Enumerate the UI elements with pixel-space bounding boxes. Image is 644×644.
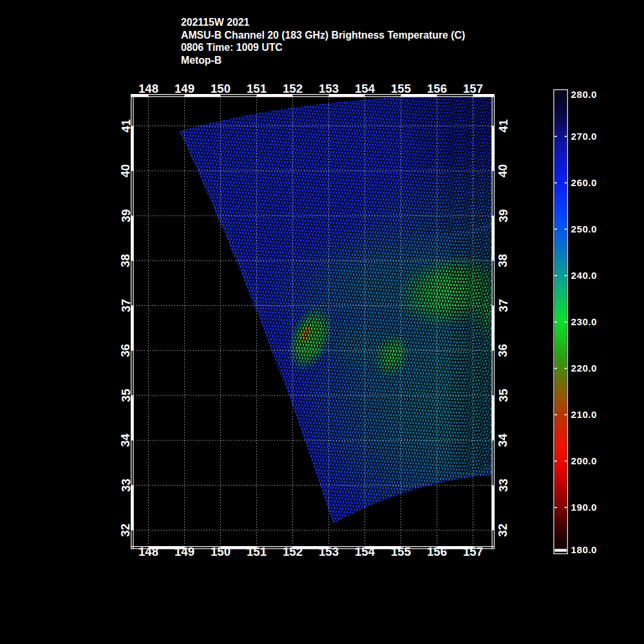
svg-text:35: 35 [119,389,133,402]
svg-text:148: 148 [138,82,158,95]
svg-text:152: 152 [283,545,303,558]
svg-text:39: 39 [497,209,510,223]
svg-text:40: 40 [119,164,133,178]
svg-text:155: 155 [391,545,411,558]
svg-text:38: 38 [119,254,133,268]
svg-text:40: 40 [497,164,510,178]
svg-text:157: 157 [463,545,483,558]
svg-text:270.0: 270.0 [571,131,598,142]
svg-text:220.0: 220.0 [571,363,598,374]
svg-text:34: 34 [119,433,133,447]
svg-text:41: 41 [119,119,133,133]
svg-text:39: 39 [119,209,133,223]
svg-text:33: 33 [497,478,510,492]
svg-text:153: 153 [319,82,339,95]
svg-text:32: 32 [497,524,510,537]
svg-text:38: 38 [497,254,510,268]
svg-text:152: 152 [283,82,303,95]
svg-text:33: 33 [119,478,133,492]
svg-text:0806 Time: 1009 UTC: 0806 Time: 1009 UTC [181,42,283,53]
svg-text:37: 37 [497,299,510,312]
svg-text:32: 32 [119,524,133,537]
svg-text:149: 149 [175,545,194,558]
svg-text:41: 41 [497,119,510,133]
svg-text:34: 34 [497,433,510,447]
svg-text:148: 148 [138,545,158,558]
svg-text:157: 157 [463,82,483,95]
svg-text:202115W 2021: 202115W 2021 [181,17,249,28]
svg-text:154: 154 [355,82,375,95]
svg-text:200.0: 200.0 [571,455,598,466]
svg-text:180.0: 180.0 [571,544,598,555]
svg-text:151: 151 [247,82,267,95]
svg-text:AMSU-B Channel 20 (183 GHz) Br: AMSU-B Channel 20 (183 GHz) Brightness T… [181,30,465,41]
svg-text:36: 36 [119,344,133,357]
svg-text:240.0: 240.0 [571,270,598,281]
svg-text:35: 35 [497,389,510,402]
svg-text:154: 154 [355,545,375,558]
svg-text:Metop-B: Metop-B [181,55,222,66]
svg-text:260.0: 260.0 [571,177,598,188]
svg-text:210.0: 210.0 [571,409,598,420]
svg-text:36: 36 [497,344,510,357]
svg-text:149: 149 [175,82,194,95]
svg-text:150: 150 [211,545,231,558]
svg-text:151: 151 [247,545,267,558]
svg-text:150: 150 [211,82,231,95]
svg-text:190.0: 190.0 [571,502,598,513]
svg-text:280.0: 280.0 [571,89,598,100]
svg-text:153: 153 [319,545,339,558]
svg-text:156: 156 [427,82,447,95]
svg-text:156: 156 [427,545,447,558]
svg-text:37: 37 [119,299,133,312]
svg-text:230.0: 230.0 [571,316,598,327]
svg-text:155: 155 [391,82,411,95]
svg-text:250.0: 250.0 [571,223,598,234]
